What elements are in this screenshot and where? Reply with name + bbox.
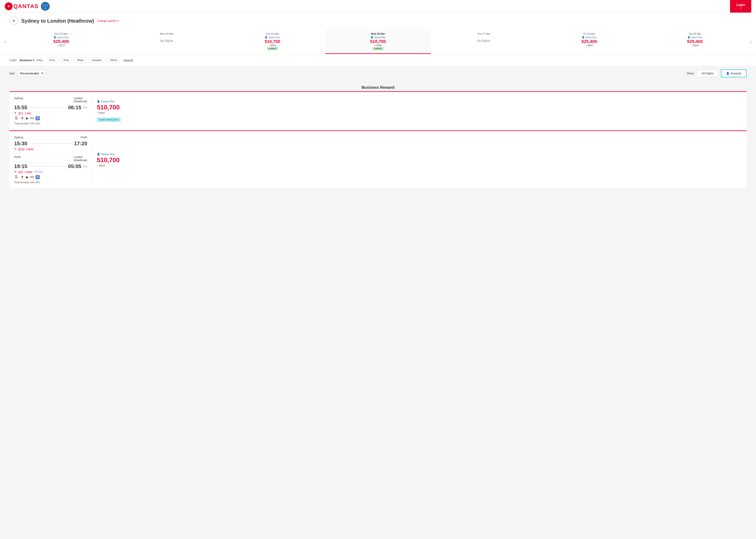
oneworld-globe: [42, 3, 49, 10]
filter-pills: PriceTimeStopsDurationAirline: [46, 57, 121, 63]
person-icon: 👤: [582, 36, 585, 38]
section-title: Business Reward: [9, 81, 747, 91]
rewards-button[interactable]: 👤 Rewards: [721, 69, 747, 77]
date-label: Wed 26 Mar: [327, 32, 429, 35]
flight-line: [29, 143, 73, 144]
date-cell-2[interactable]: Tue 25 Mar👤 Classic Plus510,700+ $685LOW…: [219, 29, 325, 54]
flight-number-row: ✈ QF1 1 stop: [14, 112, 87, 115]
arrive-day: Thu: [83, 106, 87, 109]
flight-number[interactable]: QF1: [18, 112, 23, 115]
price-person-icon: 👤: [97, 100, 100, 103]
date-surcharge: + $685: [221, 44, 324, 47]
flight-route-header: Perth London(Heathrow): [14, 155, 87, 162]
date-price: 510,700: [327, 39, 429, 44]
flight-line: [29, 166, 67, 167]
cabin-select[interactable]: Business ▾: [20, 59, 34, 62]
date-selector: ‹ Sun 23 Mar👤 Classic Plus525,400+ $712M…: [0, 29, 756, 54]
flight-left: Sydney Perth 15:30 17:20 ✈ QF33 0 stops …: [9, 131, 92, 189]
person-icon: 👤: [53, 36, 56, 38]
login-button[interactable]: Login ▼: [730, 0, 751, 13]
stops-badge[interactable]: 1 stop: [25, 112, 31, 114]
amenity-icon-1: 🍷: [20, 116, 25, 120]
classic-plus-label: 👤 Classic Plus: [643, 36, 746, 38]
date-cell-6[interactable]: Sat 29 Mar👤 Classic Plus525,400+ $648: [642, 29, 748, 54]
classic-plus-price-label: 👤 Classic Plus: [97, 153, 115, 156]
change-search-link[interactable]: Change search ✏: [97, 19, 119, 23]
total-duration: Total duration 25h 20m: [14, 122, 87, 125]
amenity-icon-3: 🍽: [30, 175, 34, 179]
filter-pill-time[interactable]: Time: [60, 57, 72, 63]
clear-all-link[interactable]: Clear All: [124, 59, 133, 62]
date-cell-3[interactable]: Wed 26 Mar👤 Classic Plus510,700+ $648LOW…: [325, 29, 431, 54]
date-cell-5[interactable]: Fri 28 Mar👤 Classic Plus525,400+ $683: [537, 29, 642, 54]
route-icon: ✈: [9, 17, 18, 25]
filter-pill-airline[interactable]: Airline: [107, 57, 120, 63]
all-flights-button[interactable]: All Flights: [697, 70, 718, 77]
rewards-person-icon: 👤: [726, 72, 729, 75]
cabin-label: Cabin:: [9, 59, 17, 62]
filter-label: Filter:: [37, 59, 43, 62]
no-flights-text: No flights: [116, 39, 218, 43]
qantas-logo: ✈ QANTAS: [5, 2, 39, 10]
flight-number[interactable]: QF9: [18, 170, 23, 173]
flight-price: 510,700: [97, 104, 120, 111]
date-price: 510,700: [221, 39, 324, 44]
date-label: Mon 24 Mar: [116, 32, 218, 35]
flight-right[interactable]: 👤 Classic Plus 510,700 + $648 Seats near…: [92, 92, 747, 130]
flight-left: Sydney London(Heathrow) 15:55 06:15 Thu …: [9, 92, 92, 130]
amenity-icon-4: ♿: [36, 175, 40, 179]
amenity-icon-1: 🍷: [20, 175, 25, 179]
prev-date-button[interactable]: ‹: [2, 38, 8, 45]
classic-plus-text: Classic Plus: [101, 153, 115, 156]
date-label: Tue 25 Mar: [221, 32, 324, 35]
header: ✈ QANTAS Login ▼: [0, 0, 756, 13]
show-right: Show: All Flights 👤 Rewards: [687, 69, 747, 77]
qantas-plane-icon: ✈: [14, 170, 17, 173]
person-icon: 👤: [265, 36, 268, 38]
stops-badge[interactable]: 0 stops: [26, 148, 34, 150]
date-surcharge: + $648: [643, 44, 746, 47]
dest-city: London(Heathrow): [74, 155, 87, 162]
date-cell-0[interactable]: Sun 23 Mar👤 Classic Plus525,400+ $712: [8, 29, 114, 54]
date-price: 525,400: [10, 39, 113, 44]
amenity-icon-0: 🪑: [14, 175, 19, 179]
stops-badge[interactable]: 0 stops: [25, 170, 32, 173]
flight-amenities: 🪑🍷▶🍽♿: [14, 175, 87, 179]
filter-pill-price[interactable]: Price: [46, 57, 58, 63]
depart-time: 19:15: [14, 163, 27, 170]
date-cell-4[interactable]: Thu 27 MarNo flights: [431, 29, 537, 54]
flight-route-header: Sydney London(Heathrow): [14, 97, 87, 103]
date-surcharge: + $648: [327, 44, 429, 47]
sort-left: Sort: Recommended: [9, 70, 45, 77]
flight-number[interactable]: QF33: [18, 148, 25, 151]
date-label: Sun 23 Mar: [10, 32, 113, 35]
filter-pill-duration[interactable]: Duration: [89, 57, 105, 63]
date-price: 525,400: [538, 39, 641, 44]
dest-city: London(Heathrow): [74, 97, 87, 103]
price-surcharge: + $648: [97, 112, 105, 114]
origin-city: Sydney: [14, 97, 24, 103]
total-duration: Total duration 24h 35m: [14, 181, 87, 184]
next-date-button[interactable]: ›: [748, 38, 754, 45]
date-cells: Sun 23 Mar👤 Classic Plus525,400+ $712Mon…: [8, 29, 748, 54]
logo-area: ✈ QANTAS: [5, 2, 49, 11]
kangaroo-icon: ✈: [5, 2, 13, 10]
price-person-icon: 👤: [97, 153, 100, 156]
date-cell-1[interactable]: Mon 24 MarNo flights: [114, 29, 220, 54]
arrive-time: 05:05: [68, 163, 81, 170]
price-surcharge: + $683: [97, 164, 105, 167]
qantas-plane-icon: ✈: [14, 147, 17, 151]
date-surcharge: + $683: [538, 44, 641, 47]
sort-bar: Sort: Recommended Show: All Flights 👤 Re…: [0, 66, 756, 81]
person-icon: 👤: [688, 36, 690, 38]
classic-plus-label: 👤 Classic Plus: [10, 36, 113, 38]
login-chevron-icon: ▼: [740, 7, 742, 9]
depart-time: 15:30: [14, 140, 27, 147]
flight-times: 19:15 05:05 Thu: [14, 163, 87, 170]
flight-right[interactable]: 👤 Classic Plus 510,700 + $683: [92, 131, 747, 189]
filter-pill-stops[interactable]: Stops: [74, 57, 87, 63]
date-price: 525,400: [643, 39, 746, 44]
main-content: Business Reward Sydney London(Heathrow) …: [0, 81, 756, 197]
amenity-icon-0: 🪑: [14, 116, 19, 120]
sort-select[interactable]: Recommended: [18, 70, 45, 77]
